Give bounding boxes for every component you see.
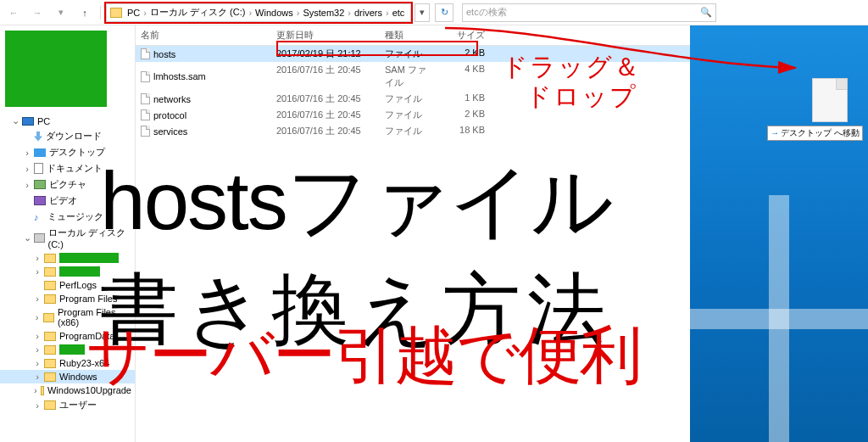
file-icon (141, 48, 150, 59)
column-date[interactable]: 更新日時 (271, 25, 380, 45)
document-icon (34, 163, 43, 174)
pictures-icon (34, 180, 46, 189)
nav-back-button[interactable]: ← (3, 3, 24, 23)
folder-icon (44, 332, 56, 341)
nav-recent-button[interactable]: ▾ (51, 3, 71, 23)
file-icon (141, 109, 150, 120)
nav-pc[interactable]: ⌄PC (0, 114, 135, 128)
sub-headline-text: サーバー引越で便利 (86, 314, 641, 399)
windows-logo (690, 195, 868, 442)
folder-icon (44, 281, 56, 290)
search-input[interactable]: etcの検索 🔍 (462, 3, 716, 22)
folder-icon (110, 8, 122, 18)
breadcrumb-segment[interactable]: drivers (353, 8, 384, 18)
folder-icon (41, 386, 44, 395)
search-icon: 🔍 (700, 7, 712, 18)
refresh-button[interactable]: ↻ (435, 3, 453, 22)
file-icon (141, 71, 150, 82)
folder-icon (43, 313, 54, 322)
column-size[interactable]: サイズ (439, 25, 490, 45)
desktop-icon (34, 148, 46, 157)
folder-icon (44, 345, 56, 355)
videos-icon (34, 196, 46, 205)
search-placeholder: etcの検索 (466, 6, 507, 19)
pc-icon (22, 117, 34, 126)
address-toolbar: ← → ▾ ↑ PC› ローカル ディスク (C:)› Windows› Sys… (0, 0, 868, 25)
breadcrumb[interactable]: PC› ローカル ディスク (C:)› Windows› System32› d… (106, 3, 411, 22)
disk-icon (34, 233, 45, 243)
desktop-area[interactable]: →デスクトップ へ移動 (690, 25, 868, 442)
redacted-label (59, 344, 85, 355)
preview-thumbnail (5, 31, 107, 107)
breadcrumb-segment[interactable]: System32 (301, 8, 346, 18)
annotation-text: ドラッグ＆ ドロップ (502, 53, 641, 111)
move-arrow-icon: → (771, 128, 779, 137)
column-headers[interactable]: 名前 更新日時 種類 サイズ (136, 25, 690, 46)
column-name[interactable]: 名前 (136, 25, 271, 45)
folder-icon (44, 254, 56, 263)
file-icon (141, 93, 150, 104)
folder-icon (44, 400, 56, 410)
nav-up-button[interactable]: ↑ (75, 3, 95, 23)
folder-icon (44, 267, 56, 277)
column-type[interactable]: 種類 (380, 25, 439, 45)
drop-tooltip: →デスクトップ へ移動 (767, 126, 863, 141)
download-icon (34, 131, 42, 142)
nav-users[interactable]: ›ユーザー (0, 397, 135, 413)
folder-icon (44, 294, 56, 304)
breadcrumb-segment[interactable]: etc (391, 8, 407, 18)
folder-icon (44, 359, 56, 368)
drag-ghost-file-icon (812, 78, 848, 122)
breadcrumb-segment[interactable]: ローカル ディスク (C:) (148, 6, 247, 19)
folder-icon (44, 372, 56, 382)
toolbar-separator (100, 6, 101, 20)
breadcrumb-history-button[interactable]: ▾ (415, 3, 430, 22)
music-icon: ♪ (34, 212, 44, 222)
breadcrumb-segment[interactable]: PC (125, 8, 142, 18)
redacted-label (59, 266, 100, 277)
nav-forward-button[interactable]: → (27, 3, 47, 23)
breadcrumb-segment[interactable]: Windows (253, 8, 295, 18)
